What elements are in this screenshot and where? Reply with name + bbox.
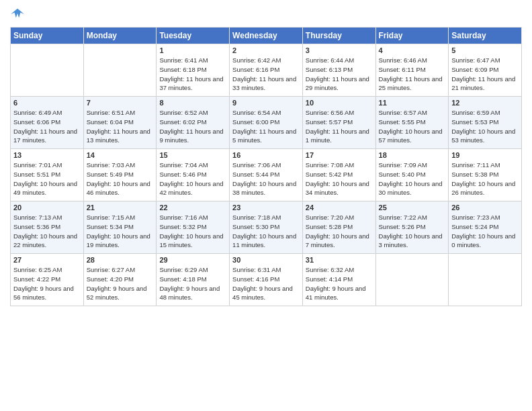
day-number: 18 [379, 151, 446, 159]
day-info: Sunrise: 6:32 AMSunset: 4:14 PMDaylight:… [306, 265, 373, 302]
day-info: Sunrise: 6:27 AMSunset: 4:20 PMDaylight:… [87, 265, 154, 302]
calendar-day-cell: 13Sunrise: 7:01 AMSunset: 5:51 PMDayligh… [11, 149, 84, 201]
page: SundayMondayTuesdayWednesdayThursdayFrid… [0, 0, 532, 411]
day-number: 16 [232, 151, 300, 159]
calendar-day-cell: 17Sunrise: 7:08 AMSunset: 5:42 PMDayligh… [302, 149, 375, 201]
day-info: Sunrise: 6:25 AMSunset: 4:22 PMDaylight:… [13, 265, 81, 302]
day-number: 30 [232, 256, 300, 264]
weekday-header-row: SundayMondayTuesdayWednesdayThursdayFrid… [11, 28, 522, 44]
svg-marker-0 [11, 9, 24, 18]
day-info: Sunrise: 7:22 AMSunset: 5:26 PMDaylight:… [379, 213, 446, 250]
calendar-week-row: 20Sunrise: 7:13 AMSunset: 5:36 PMDayligh… [11, 201, 522, 254]
day-number: 20 [13, 203, 81, 212]
day-number: 12 [451, 99, 519, 107]
day-info: Sunrise: 7:20 AMSunset: 5:28 PMDaylight:… [306, 213, 373, 250]
day-info: Sunrise: 6:31 AMSunset: 4:16 PMDaylight:… [232, 265, 300, 302]
day-info: Sunrise: 7:16 AMSunset: 5:32 PMDaylight:… [159, 213, 226, 250]
day-number: 24 [306, 203, 373, 212]
calendar-day-cell [375, 254, 449, 306]
day-number: 13 [13, 151, 81, 159]
calendar-week-row: 27Sunrise: 6:25 AMSunset: 4:22 PMDayligh… [11, 254, 522, 306]
calendar-day-cell: 5Sunrise: 6:47 AMSunset: 6:09 PMDaylight… [449, 44, 522, 97]
day-number: 14 [87, 151, 154, 159]
day-info: Sunrise: 6:46 AMSunset: 6:11 PMDaylight:… [379, 56, 446, 93]
weekday-header-cell: Friday [375, 28, 449, 44]
day-info: Sunrise: 7:03 AMSunset: 5:49 PMDaylight:… [87, 161, 154, 197]
day-info: Sunrise: 7:08 AMSunset: 5:42 PMDaylight:… [306, 161, 373, 197]
day-info: Sunrise: 7:09 AMSunset: 5:40 PMDaylight:… [379, 161, 446, 197]
day-info: Sunrise: 6:59 AMSunset: 5:53 PMDaylight:… [451, 108, 519, 145]
day-info: Sunrise: 7:23 AMSunset: 5:24 PMDaylight:… [451, 213, 519, 250]
calendar-week-row: 13Sunrise: 7:01 AMSunset: 5:51 PMDayligh… [11, 149, 522, 201]
day-info: Sunrise: 6:47 AMSunset: 6:09 PMDaylight:… [451, 56, 519, 93]
calendar-day-cell [83, 44, 157, 97]
calendar-day-cell: 14Sunrise: 7:03 AMSunset: 5:49 PMDayligh… [83, 149, 157, 201]
logo [10, 7, 26, 21]
day-number: 5 [451, 46, 519, 54]
day-number: 27 [13, 256, 81, 264]
day-info: Sunrise: 6:44 AMSunset: 6:13 PMDaylight:… [306, 56, 373, 93]
day-info: Sunrise: 7:06 AMSunset: 5:44 PMDaylight:… [232, 161, 300, 197]
calendar-day-cell: 6Sunrise: 6:49 AMSunset: 6:06 PMDaylight… [11, 97, 84, 149]
calendar-day-cell: 3Sunrise: 6:44 AMSunset: 6:13 PMDaylight… [302, 44, 375, 97]
weekday-header-cell: Sunday [11, 28, 84, 44]
calendar-week-row: 1Sunrise: 6:41 AMSunset: 6:18 PMDaylight… [11, 44, 522, 97]
calendar-day-cell: 28Sunrise: 6:27 AMSunset: 4:20 PMDayligh… [83, 254, 157, 306]
calendar-day-cell: 26Sunrise: 7:23 AMSunset: 5:24 PMDayligh… [449, 201, 522, 254]
day-number: 19 [451, 151, 519, 159]
calendar-day-cell: 31Sunrise: 6:32 AMSunset: 4:14 PMDayligh… [302, 254, 375, 306]
day-number: 22 [159, 203, 226, 212]
day-info: Sunrise: 7:11 AMSunset: 5:38 PMDaylight:… [451, 161, 519, 197]
weekday-header-cell: Saturday [449, 28, 522, 44]
calendar-day-cell: 23Sunrise: 7:18 AMSunset: 5:30 PMDayligh… [230, 201, 303, 254]
day-number: 3 [306, 46, 373, 54]
day-number: 2 [232, 46, 300, 54]
day-info: Sunrise: 7:04 AMSunset: 5:46 PMDaylight:… [159, 161, 226, 197]
day-info: Sunrise: 6:51 AMSunset: 6:04 PMDaylight:… [87, 108, 154, 145]
day-number: 6 [13, 99, 81, 107]
calendar-day-cell: 7Sunrise: 6:51 AMSunset: 6:04 PMDaylight… [83, 97, 157, 149]
day-info: Sunrise: 6:54 AMSunset: 6:00 PMDaylight:… [232, 108, 300, 145]
calendar-day-cell: 4Sunrise: 6:46 AMSunset: 6:11 PMDaylight… [375, 44, 449, 97]
day-info: Sunrise: 6:57 AMSunset: 5:55 PMDaylight:… [379, 108, 446, 145]
calendar-day-cell: 2Sunrise: 6:42 AMSunset: 6:16 PMDaylight… [230, 44, 303, 97]
day-number: 29 [159, 256, 226, 264]
calendar-day-cell: 15Sunrise: 7:04 AMSunset: 5:46 PMDayligh… [157, 149, 230, 201]
day-number: 21 [87, 203, 154, 212]
day-number: 26 [451, 203, 519, 212]
calendar-day-cell [449, 254, 522, 306]
calendar-day-cell: 20Sunrise: 7:13 AMSunset: 5:36 PMDayligh… [11, 201, 84, 254]
logo-bird-icon [10, 7, 25, 21]
header [10, 7, 522, 21]
weekday-header-cell: Thursday [302, 28, 375, 44]
day-info: Sunrise: 7:01 AMSunset: 5:51 PMDaylight:… [13, 161, 81, 197]
calendar-day-cell: 1Sunrise: 6:41 AMSunset: 6:18 PMDaylight… [157, 44, 230, 97]
calendar-day-cell: 29Sunrise: 6:29 AMSunset: 4:18 PMDayligh… [157, 254, 230, 306]
calendar-day-cell: 9Sunrise: 6:54 AMSunset: 6:00 PMDaylight… [230, 97, 303, 149]
calendar-day-cell [11, 44, 84, 97]
calendar-table: SundayMondayTuesdayWednesdayThursdayFrid… [10, 27, 522, 306]
day-number: 11 [379, 99, 446, 107]
day-number: 9 [232, 99, 300, 107]
day-info: Sunrise: 7:15 AMSunset: 5:34 PMDaylight:… [87, 213, 154, 250]
day-number: 15 [159, 151, 226, 159]
calendar-day-cell: 16Sunrise: 7:06 AMSunset: 5:44 PMDayligh… [230, 149, 303, 201]
calendar-day-cell: 30Sunrise: 6:31 AMSunset: 4:16 PMDayligh… [230, 254, 303, 306]
day-info: Sunrise: 7:13 AMSunset: 5:36 PMDaylight:… [13, 213, 81, 250]
day-info: Sunrise: 6:56 AMSunset: 5:57 PMDaylight:… [306, 108, 373, 145]
calendar-day-cell: 21Sunrise: 7:15 AMSunset: 5:34 PMDayligh… [83, 201, 157, 254]
calendar-day-cell: 19Sunrise: 7:11 AMSunset: 5:38 PMDayligh… [449, 149, 522, 201]
calendar-day-cell: 25Sunrise: 7:22 AMSunset: 5:26 PMDayligh… [375, 201, 449, 254]
day-info: Sunrise: 6:29 AMSunset: 4:18 PMDaylight:… [159, 265, 226, 302]
day-info: Sunrise: 6:52 AMSunset: 6:02 PMDaylight:… [159, 108, 226, 145]
calendar-day-cell: 22Sunrise: 7:16 AMSunset: 5:32 PMDayligh… [157, 201, 230, 254]
weekday-header-cell: Tuesday [157, 28, 230, 44]
calendar-body: 1Sunrise: 6:41 AMSunset: 6:18 PMDaylight… [11, 44, 522, 306]
day-number: 23 [232, 203, 300, 212]
day-number: 25 [379, 203, 446, 212]
day-number: 28 [87, 256, 154, 264]
calendar-day-cell: 11Sunrise: 6:57 AMSunset: 5:55 PMDayligh… [375, 97, 449, 149]
calendar-day-cell: 12Sunrise: 6:59 AMSunset: 5:53 PMDayligh… [449, 97, 522, 149]
day-info: Sunrise: 7:18 AMSunset: 5:30 PMDaylight:… [232, 213, 300, 250]
day-info: Sunrise: 6:49 AMSunset: 6:06 PMDaylight:… [13, 108, 81, 145]
